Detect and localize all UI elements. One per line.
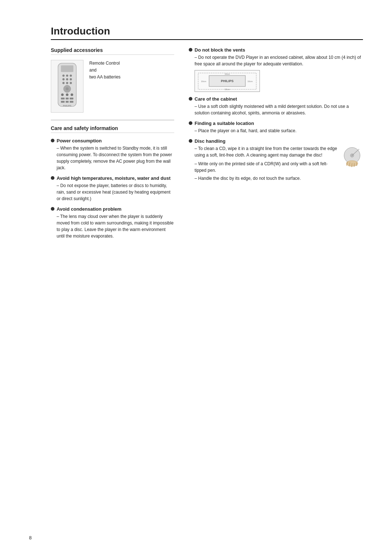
supplied-heading: Supplied accessories: [51, 47, 174, 55]
bullet-location-text: – Place the player on a flat, hard, and …: [195, 127, 363, 134]
bullet-location-title: Finding a suitable location: [195, 121, 254, 126]
svg-line-38: [356, 163, 357, 166]
svg-text:PHILIPS: PHILIPS: [221, 79, 233, 83]
vent-svg: PHILIPS 10cm 10cm 10cm 10cm: [196, 71, 258, 91]
bullet-disc-heading: Disc handling: [189, 138, 363, 144]
bullet-cabinet-title: Care of the cabinet: [195, 96, 237, 102]
disc-clean-image: [341, 145, 363, 167]
bullet-disc-text3: – Handle the disc by its edge, do not to…: [195, 175, 363, 182]
bullet-disc: Disc handling: [189, 138, 363, 182]
svg-point-2: [62, 74, 65, 77]
svg-point-10: [70, 82, 72, 84]
bullet-location: Finding a suitable location – Place the …: [189, 121, 363, 134]
svg-rect-20: [66, 101, 69, 103]
bullet-vents-heading: Do not block the vents: [189, 47, 363, 53]
bullet-cabinet: Care of the cabinet – Use a soft cloth s…: [189, 96, 363, 116]
svg-text:10cm: 10cm: [248, 80, 253, 82]
bullet-dot-power: [51, 139, 54, 142]
care-heading: Care and safety information: [51, 125, 174, 133]
page-number: 8: [29, 535, 32, 540]
bullet-temp-title: Avoid high temperatures, moisture, water…: [57, 175, 171, 181]
svg-text:10cm: 10cm: [225, 88, 230, 90]
bullet-power-title: Power consumption: [57, 138, 102, 143]
svg-text:10cm: 10cm: [201, 80, 207, 82]
bullet-condensation-heading: Avoid condensation problem: [51, 206, 174, 212]
ventilation-diagram: PHILIPS 10cm 10cm 10cm 10cm: [195, 70, 260, 92]
svg-point-8: [62, 82, 65, 84]
svg-point-4: [70, 74, 72, 77]
bullet-vents-title: Do not block the vents: [195, 47, 245, 53]
svg-point-5: [62, 78, 65, 80]
bullet-dot-location: [189, 121, 192, 125]
page-title: Introduction: [51, 25, 363, 37]
svg-point-15: [71, 93, 73, 96]
bullet-power-heading: Power consumption: [51, 138, 174, 143]
bullet-power-text: – When the system is switched to Standby…: [57, 145, 174, 171]
bullet-location-heading: Finding a suitable location: [189, 121, 363, 126]
main-content: Supplied accessories: [51, 47, 363, 244]
svg-rect-21: [70, 101, 73, 103]
title-underline: [51, 39, 363, 40]
bullet-cabinet-text: – Use a soft cloth slightly moistened wi…: [195, 103, 363, 116]
remote-label-line2: and: [89, 67, 121, 74]
section-divider: [51, 120, 174, 120]
bullet-dot-vents: [189, 48, 192, 52]
remote-label-line3: two AA batteries: [89, 74, 121, 81]
bullet-vents-text: – Do not operate the DVD Player in an en…: [195, 54, 363, 67]
disc-clean-svg: [341, 145, 363, 167]
remote-image: PHILIPS: [51, 60, 83, 113]
svg-rect-18: [70, 98, 73, 100]
bullet-temp-text: – Do not expose the player, batteries or…: [57, 182, 174, 202]
bullet-disc-title: Disc handling: [195, 138, 225, 144]
svg-point-7: [70, 78, 72, 80]
svg-rect-1: [61, 65, 73, 72]
svg-point-3: [66, 74, 68, 77]
bullet-temp: Avoid high temperatures, moisture, water…: [51, 175, 174, 202]
svg-point-13: [61, 93, 64, 96]
svg-text:10cm: 10cm: [225, 73, 230, 75]
svg-point-9: [66, 82, 68, 84]
bullet-disc-text2: – Write only on the printed side of a CD…: [195, 161, 363, 174]
bullet-condensation-title: Avoid condensation problem: [57, 206, 122, 212]
care-safety-section: Care and safety information Power consum…: [51, 125, 174, 239]
svg-point-12: [66, 88, 69, 90]
bullet-dot-disc: [189, 139, 192, 143]
svg-line-36: [352, 163, 352, 167]
bullet-temp-heading: Avoid high temperatures, moisture, water…: [51, 175, 174, 181]
bullet-dot-cabinet: [189, 97, 192, 101]
svg-rect-17: [66, 98, 69, 100]
right-column: Do not block the vents – Do not operate …: [189, 47, 363, 244]
svg-point-6: [66, 78, 68, 80]
bullet-dot-temp: [51, 176, 54, 180]
page-container: Introduction Supplied accessories: [0, 0, 392, 555]
svg-rect-19: [61, 101, 65, 103]
bullet-condensation: Avoid condensation problem – The lens ma…: [51, 206, 174, 239]
bullet-cabinet-heading: Care of the cabinet: [189, 96, 363, 102]
bullet-condensation-text: – The lens may cloud over when the playe…: [57, 213, 174, 239]
bullet-power: Power consumption – When the system is s…: [51, 138, 174, 171]
remote-label-line1: Remote Control: [89, 60, 121, 67]
supplied-accessories-section: Supplied accessories: [51, 47, 174, 113]
bullet-vents: Do not block the vents – Do not operate …: [189, 47, 363, 92]
svg-rect-16: [61, 98, 65, 100]
bullet-disc-text1: – To clean a CD, wipe it in a straight l…: [195, 145, 363, 158]
remote-area: PHILIPS Remote Control and two AA batter…: [51, 60, 174, 113]
remote-label: Remote Control and two AA batteries: [89, 60, 121, 81]
left-column: Supplied accessories: [51, 47, 174, 244]
bullet-dot-condensation: [51, 207, 54, 211]
svg-text:PHILIPS: PHILIPS: [63, 105, 71, 107]
svg-point-14: [66, 93, 68, 96]
remote-svg: PHILIPS: [53, 62, 82, 110]
